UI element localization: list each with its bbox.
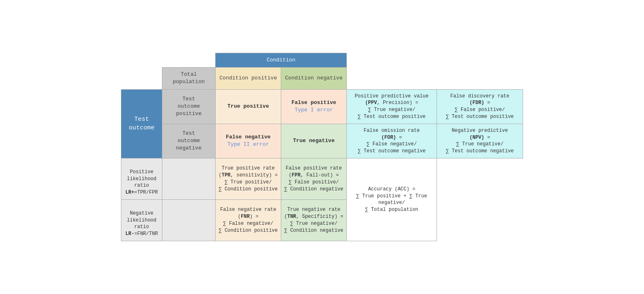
empty-r5c6	[437, 158, 523, 199]
npv-cell: Negative predictive (NPV) =∑ True negati…	[437, 124, 523, 158]
empty-total	[162, 53, 216, 68]
test-outcome-negative-label: Test outcome negative	[162, 124, 216, 158]
total-population-header: Total population	[162, 68, 216, 89]
tpr-cell: True positive rate (TPR, sensitivity) =∑…	[216, 158, 281, 199]
accuracy-cell: Accuracy (ACC) =∑ True positive + ∑ True…	[347, 158, 437, 241]
empty-r2c5	[347, 68, 437, 89]
fpr-cell: False positive rate (FPR, Fall-out) =∑ F…	[281, 158, 347, 199]
test-outcome-positive-label: Test outcome positive	[162, 89, 216, 124]
ppv-cell: Positive predictive value (PPV, Precisio…	[347, 89, 437, 124]
tnr-cell: True negative rate (TNR, Specificity) =∑…	[281, 199, 347, 241]
condition-negative-header: Condition negative	[281, 68, 347, 89]
empty-r2c1	[121, 68, 162, 89]
empty-topleft	[121, 53, 162, 68]
test-outcome-side-label: Test outcome	[121, 89, 162, 158]
plr-label: Positivelikelihood ratioLR+=TPR/FPR	[121, 158, 162, 199]
false-positive-cell: False positive Type I error	[281, 89, 347, 124]
fdr-cell: False discovery rate (FDR) =∑ False posi…	[437, 89, 523, 124]
fnr-cell: False negative rate (FNR) =∑ False negat…	[216, 199, 281, 241]
empty-r1c5	[347, 53, 437, 68]
true-negative-cell: True negative	[281, 124, 347, 158]
false-negative-cell: False negative Type II error	[216, 124, 281, 158]
confusion-matrix-table: Condition Total population Condition pos…	[121, 53, 523, 241]
empty-r1c6	[437, 53, 523, 68]
empty-r6c6	[437, 199, 523, 241]
empty-r6c2	[162, 199, 216, 241]
true-positive-cell: True positive	[216, 89, 281, 124]
empty-r5c2	[162, 158, 216, 199]
condition-positive-header: Condition positive	[216, 68, 281, 89]
empty-r2c6	[437, 68, 523, 89]
nlr-label: Negativelikelihood ratioLR-=FNR/TNR	[121, 199, 162, 241]
for-cell: False omission rate (FOR) =∑ False negat…	[347, 124, 437, 158]
condition-header: Condition	[216, 53, 347, 68]
